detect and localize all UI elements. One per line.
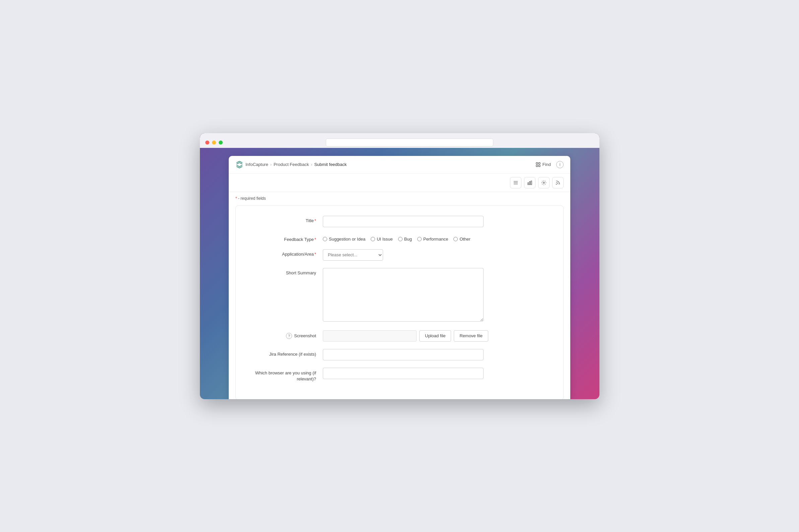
desktop-background: InfoCapture › Product Feedback › Submit … bbox=[200, 133, 599, 399]
traffic-light-red[interactable] bbox=[205, 140, 209, 145]
screenshot-help-icon[interactable]: ? bbox=[286, 333, 292, 339]
info-button[interactable]: i bbox=[556, 161, 564, 168]
find-label: Find bbox=[543, 162, 551, 167]
breadcrumb-sep-2: › bbox=[311, 162, 312, 167]
info-icon: i bbox=[560, 162, 561, 167]
address-bar[interactable] bbox=[326, 138, 493, 147]
browser-label: Which browser are you using (if relevant… bbox=[249, 368, 316, 382]
radio-suggestion-input[interactable] bbox=[323, 237, 327, 241]
app-window: InfoCapture › Product Feedback › Submit … bbox=[229, 156, 570, 399]
short-summary-control bbox=[323, 268, 484, 323]
svg-rect-7 bbox=[528, 183, 529, 185]
browser-chrome bbox=[200, 133, 599, 148]
short-summary-label: Short Summary bbox=[249, 268, 316, 276]
browser-input[interactable] bbox=[323, 368, 484, 379]
file-display bbox=[323, 330, 417, 342]
list-icon bbox=[513, 180, 519, 185]
short-summary-row: Short Summary bbox=[249, 268, 550, 323]
rss-button[interactable] bbox=[552, 177, 564, 188]
short-summary-textarea[interactable] bbox=[323, 268, 484, 322]
rss-icon bbox=[555, 180, 561, 185]
svg-rect-8 bbox=[529, 182, 530, 184]
form-container: Title* Feedback Type* bbox=[235, 206, 564, 399]
screenshot-label-group: ? Screenshot bbox=[249, 333, 316, 339]
feedback-type-radio-group: Suggestion or Idea UI Issue Bug bbox=[323, 234, 484, 242]
radio-ui-issue-input[interactable] bbox=[371, 237, 375, 241]
find-button[interactable]: Find bbox=[535, 162, 551, 167]
jira-reference-input[interactable] bbox=[323, 349, 484, 360]
radio-performance[interactable]: Performance bbox=[417, 236, 448, 242]
breadcrumb: InfoCapture › Product Feedback › Submit … bbox=[235, 160, 347, 169]
application-area-select[interactable]: Please select... bbox=[323, 249, 383, 261]
title-label: Title* bbox=[249, 216, 316, 223]
browser-row: Which browser are you using (if relevant… bbox=[249, 368, 550, 382]
radio-bug-label: Bug bbox=[404, 236, 412, 242]
required-notice: * - required fields bbox=[229, 192, 570, 203]
radio-other[interactable]: Other bbox=[453, 236, 471, 242]
feedback-type-row: Feedback Type* Suggestion or Idea UI Iss… bbox=[249, 234, 550, 242]
find-icon bbox=[535, 162, 541, 167]
title-required: * bbox=[314, 218, 316, 223]
svg-rect-2 bbox=[536, 165, 538, 167]
traffic-light-green[interactable] bbox=[219, 140, 223, 145]
title-row: Title* bbox=[249, 216, 550, 227]
gear-icon bbox=[541, 180, 546, 185]
radio-suggestion[interactable]: Suggestion or Idea bbox=[323, 236, 365, 242]
feedback-type-control: Suggestion or Idea UI Issue Bug bbox=[323, 234, 484, 242]
settings-button[interactable] bbox=[538, 177, 549, 188]
traffic-light-yellow[interactable] bbox=[212, 140, 216, 145]
svg-point-10 bbox=[543, 182, 545, 183]
title-input[interactable] bbox=[323, 216, 484, 227]
radio-bug-input[interactable] bbox=[398, 237, 402, 241]
title-control bbox=[323, 216, 484, 227]
required-text: - required fields bbox=[238, 196, 266, 201]
feedback-type-required: * bbox=[314, 237, 316, 242]
radio-ui-issue[interactable]: UI Issue bbox=[371, 236, 393, 242]
header-actions: Find i bbox=[535, 161, 564, 168]
logo-icon bbox=[235, 160, 243, 169]
radio-performance-input[interactable] bbox=[417, 237, 422, 241]
radio-other-label: Other bbox=[459, 236, 471, 242]
feedback-type-label: Feedback Type* bbox=[249, 234, 316, 242]
radio-bug[interactable]: Bug bbox=[398, 236, 412, 242]
jira-reference-row: Jira Reference (if exists) bbox=[249, 349, 550, 360]
app-header: InfoCapture › Product Feedback › Submit … bbox=[229, 156, 570, 174]
chart-icon bbox=[527, 180, 532, 185]
jira-reference-label: Jira Reference (if exists) bbox=[249, 349, 316, 357]
required-star: * bbox=[235, 196, 237, 201]
breadcrumb-sep-1: › bbox=[270, 162, 272, 167]
application-area-label: Application/Area* bbox=[249, 249, 316, 256]
radio-suggestion-label: Suggestion or Idea bbox=[329, 236, 365, 242]
remove-file-button[interactable]: Remove file bbox=[454, 330, 488, 342]
breadcrumb-item-3: Submit feedback bbox=[314, 162, 347, 167]
screenshot-controls: Upload file Remove file bbox=[323, 330, 550, 342]
breadcrumb-item-2[interactable]: Product Feedback bbox=[274, 162, 309, 167]
upload-file-button[interactable]: Upload file bbox=[419, 330, 451, 342]
breadcrumb-item-1[interactable]: InfoCapture bbox=[246, 162, 268, 167]
application-area-required: * bbox=[314, 252, 316, 256]
svg-point-11 bbox=[556, 184, 557, 184]
browser-control bbox=[323, 368, 484, 379]
svg-rect-0 bbox=[536, 163, 538, 164]
list-view-button[interactable] bbox=[510, 177, 521, 188]
radio-ui-issue-label: UI Issue bbox=[377, 236, 393, 242]
toolbar bbox=[229, 174, 570, 192]
svg-rect-3 bbox=[539, 165, 540, 167]
browser-body: InfoCapture › Product Feedback › Submit … bbox=[200, 148, 599, 399]
jira-reference-control bbox=[323, 349, 484, 360]
radio-performance-label: Performance bbox=[423, 236, 448, 242]
chart-view-button[interactable] bbox=[524, 177, 535, 188]
screenshot-row: ? Screenshot Upload file Remove file bbox=[249, 330, 550, 342]
application-area-control: Please select... bbox=[323, 249, 484, 261]
screenshot-label: Screenshot bbox=[294, 333, 316, 338]
svg-rect-9 bbox=[531, 181, 532, 184]
radio-other-input[interactable] bbox=[453, 237, 458, 241]
application-area-row: Application/Area* Please select... bbox=[249, 249, 550, 261]
svg-rect-1 bbox=[539, 163, 540, 164]
